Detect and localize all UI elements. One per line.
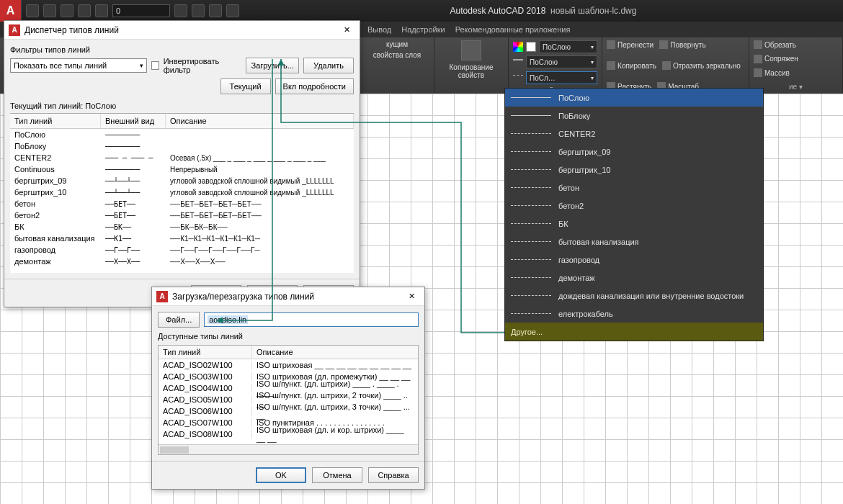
linetype-manager-dialog: A Диспетчер типов линий ✕ Фильтры типов … xyxy=(4,20,360,307)
qat-button[interactable] xyxy=(43,4,56,17)
dialog-title: Диспетчер типов линий xyxy=(24,25,338,35)
trim-button[interactable]: Обрезать xyxy=(754,40,838,49)
current-button[interactable]: Текущий xyxy=(220,78,271,94)
linetype-sample-icon xyxy=(511,184,551,192)
table-row[interactable]: газопровод──Г──Г────Г──Г──Г──Г──Г──Г─ xyxy=(10,244,354,256)
linetype-sample-icon xyxy=(511,148,551,156)
linetype-option[interactable]: демонтаж xyxy=(505,269,763,287)
qat-button[interactable] xyxy=(78,4,91,17)
color-dropdown[interactable]: ПоСлою▾ xyxy=(539,40,597,53)
fillet-button[interactable]: Сопряжен xyxy=(754,55,838,63)
th-name[interactable]: Тип линий xyxy=(10,114,101,128)
linetype-option[interactable]: ПоСлою xyxy=(505,89,763,107)
h-scrollbar[interactable] xyxy=(159,444,418,454)
linetype-option[interactable]: бергштрих_10 xyxy=(505,161,763,179)
ribbon-tab[interactable]: Вывод xyxy=(367,25,391,34)
qat-button[interactable] xyxy=(26,4,39,17)
dialog-titlebar[interactable]: A Загрузка/перезагрузка типов линий ✕ xyxy=(152,287,424,306)
table-row[interactable]: ACAD_ISO02W100ISO штриховая __ __ __ __ … xyxy=(159,359,418,371)
table-row[interactable]: бетон2──БЕТ────БЕТ─БЕТ─БЕТ─БЕТ── xyxy=(10,210,354,221)
linetype-option[interactable]: CENTER2 xyxy=(505,125,763,143)
table-row[interactable]: бергштрих_09──┴──┴──угловой заводской сп… xyxy=(10,175,354,186)
linetype-popup: ПоСлоюПоБлокуCENTER2бергштрих_09бергштри… xyxy=(504,88,764,341)
linetype-name: бытовая канализация xyxy=(558,238,639,246)
close-icon[interactable]: ✕ xyxy=(338,23,355,37)
qat-button[interactable] xyxy=(192,4,205,17)
invert-checkbox[interactable] xyxy=(151,61,159,70)
app-icon: A xyxy=(9,24,20,36)
linetype-option[interactable]: бетон2 xyxy=(505,197,763,215)
table-row[interactable]: Continuous────────Непрерывный xyxy=(10,163,354,175)
panel-modify2: Обрезать Сопряжен Массив ие ▾ xyxy=(749,37,843,94)
linetype-option[interactable]: бетон xyxy=(505,179,763,197)
move-icon xyxy=(607,40,615,49)
th-name[interactable]: Тип линий xyxy=(159,346,252,359)
array-button[interactable]: Массив xyxy=(754,68,838,77)
table-row[interactable]: ACAD_ISO06W100ISO ш/пункт. (дл. штрихи, … xyxy=(159,405,418,417)
linetype-other[interactable]: Другое... xyxy=(505,323,763,341)
linetype-name: газопровод xyxy=(558,256,599,264)
table-row[interactable]: ПоБлоку──────── xyxy=(10,140,354,152)
delete-button[interactable]: Удалить xyxy=(303,58,354,73)
filter-combo[interactable]: Показать все типы линий xyxy=(10,58,147,73)
ok-button[interactable]: OK xyxy=(256,467,306,483)
linetype-name: бетон2 xyxy=(558,202,584,210)
table-row[interactable]: бергштрих_10──┴──┴──угловой заводской сп… xyxy=(10,186,354,198)
linetype-option[interactable]: бытовая канализация xyxy=(505,233,763,251)
dialog-titlebar[interactable]: A Диспетчер типов линий ✕ xyxy=(4,21,360,40)
linetype-name: електрокабель xyxy=(558,310,613,318)
current-linetype-label: Текущий тип линий: ПоСлою xyxy=(10,99,354,113)
linetype-name: БК xyxy=(558,220,568,228)
qat-button[interactable] xyxy=(174,4,187,17)
linetype-option[interactable]: бергштрих_09 xyxy=(505,143,763,161)
details-button[interactable]: Вкл подробности xyxy=(275,78,354,94)
linetype-table: Тип линий Внешний вид Описание ПоСлою───… xyxy=(10,113,354,273)
move-button[interactable]: Перенести xyxy=(607,40,654,49)
linetype-option[interactable]: дождевая канализация или внутренние водо… xyxy=(505,287,763,305)
linetype-option[interactable]: ПоБлоку xyxy=(505,107,763,125)
linetype-option[interactable]: газопровод xyxy=(505,251,763,269)
table-row[interactable]: CENTER2─── ─ ─── ─Осевая (.5x) ___ _ ___… xyxy=(10,152,354,163)
th-desc[interactable]: Описание xyxy=(166,114,354,128)
rotate-button[interactable]: Повернуть xyxy=(659,40,705,49)
load-button[interactable]: Загрузить... xyxy=(246,58,299,73)
qat-field[interactable]: 0 xyxy=(112,4,170,17)
qat-button[interactable] xyxy=(226,4,239,17)
fillet-icon xyxy=(754,55,762,63)
table-row[interactable]: демонтаж──X──X────X──X──X── xyxy=(10,256,354,267)
qat-button[interactable] xyxy=(209,4,222,17)
ribbon-tab[interactable]: Надстройки xyxy=(401,25,445,34)
qat-button[interactable] xyxy=(95,4,108,17)
linetype-sample-icon xyxy=(511,220,551,228)
available-table: Тип линий Описание ACAD_ISO02W100ISO штр… xyxy=(158,345,419,455)
linetype-sample-icon xyxy=(511,130,551,138)
table-row[interactable]: ПоСлою──────── xyxy=(10,129,354,140)
linetype-option[interactable]: БК xyxy=(505,215,763,233)
table-row[interactable]: бетон──БЕТ────БЕТ─БЕТ─БЕТ─БЕТ── xyxy=(10,198,354,210)
layer-props-button[interactable]: кущим свойства слоя xyxy=(365,40,429,59)
file-button[interactable]: Файл... xyxy=(158,312,200,328)
help-button[interactable]: Справка xyxy=(368,467,419,483)
th-look[interactable]: Внешний вид xyxy=(101,114,166,128)
linetype-sample-icon xyxy=(511,94,551,102)
panel-title[interactable]: ие ▾ xyxy=(754,83,838,91)
lineweight-icon xyxy=(513,59,523,69)
app-icon: A xyxy=(156,291,168,302)
ribbon-tab[interactable]: Рекомендованные приложения xyxy=(455,25,571,34)
linetype-option[interactable]: електрокабель xyxy=(505,305,763,323)
close-icon[interactable]: ✕ xyxy=(403,289,420,304)
file-input[interactable]: acadiso.lin xyxy=(204,312,419,327)
th-desc[interactable]: Описание xyxy=(252,346,418,359)
linetype-name: ПоСлою xyxy=(558,94,589,102)
table-row[interactable]: бытовая канализация──К1────К1─К1─К1─К1─К… xyxy=(10,233,354,244)
linetype-dropdown[interactable]: ПоСл…▾ xyxy=(526,71,597,84)
table-row[interactable]: БК──БК────БК─БК─БК── xyxy=(10,221,354,233)
match-props-button[interactable]: Копирование свойств xyxy=(439,40,504,79)
qat-button[interactable] xyxy=(61,4,73,17)
app-logo[interactable]: A xyxy=(0,0,22,22)
copy-button[interactable]: Копировать xyxy=(607,61,656,70)
cancel-button[interactable]: Отмена xyxy=(312,467,362,483)
mirror-button[interactable]: Отразить зеркально xyxy=(662,61,741,70)
table-row[interactable]: ACAD_ISO08W100ISO штриховая (дл. и кор. … xyxy=(159,428,418,440)
lineweight-dropdown[interactable]: ПоСлою▾ xyxy=(526,55,597,68)
